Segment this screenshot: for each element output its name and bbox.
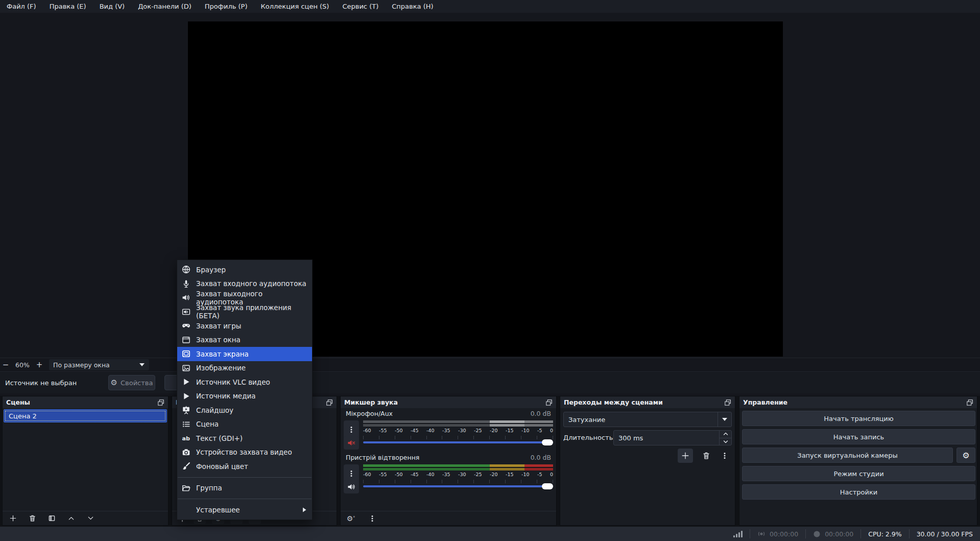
virtual-camera-button[interactable]: Запуск виртуальной камеры (742, 448, 953, 463)
menu-profile[interactable]: Профиль (P) (198, 0, 254, 13)
menu-separator (178, 477, 312, 478)
menu-item-text[interactable]: ab Текст (GDI+) (177, 431, 312, 445)
zoom-in-button[interactable]: + (34, 360, 45, 369)
menu-item-browser[interactable]: Браузер (177, 263, 312, 277)
add-transition-button[interactable] (678, 449, 693, 463)
mixer-panel-header: Микшер звука (341, 396, 556, 408)
menu-item-audio-input[interactable]: Захват входного аудиопотока (177, 277, 312, 291)
duration-spinbox[interactable]: 300 ms (613, 430, 732, 445)
scene-list-icon (182, 420, 190, 429)
volume-meter (363, 464, 553, 471)
zoom-level: 60% (11, 361, 34, 369)
menu-scene-collection[interactable]: Коллекция сцен (S) (254, 0, 336, 13)
stream-time: 00:00:00 (770, 530, 798, 538)
scene-list-item[interactable]: Сцена 2 (4, 409, 167, 422)
studio-mode-button[interactable]: Режим студии (742, 466, 975, 481)
menu-item-slideshow[interactable]: Слайдшоу (177, 403, 312, 417)
text-icon: ab (182, 434, 190, 442)
duration-down-button[interactable] (720, 438, 731, 445)
menu-item-color-source[interactable]: Фоновый цвет (177, 459, 312, 474)
scenes-panel: Сцены Сцена 2 (2, 396, 169, 526)
source-status-text: Источник не выбран (5, 379, 77, 387)
menu-item-screen-capture[interactable]: Захват экрана (177, 347, 312, 361)
slider-handle[interactable] (542, 439, 553, 445)
menu-item-media-source[interactable]: Источник медиа (177, 389, 312, 404)
scene-name: Сцена 2 (9, 412, 37, 420)
meter-scale: -60-55-50-45-40-35-30-25-20-15-10-50 (363, 428, 553, 433)
scene-filters-button[interactable] (46, 513, 57, 524)
menu-view[interactable]: Вид (V) (93, 0, 132, 13)
popout-icon[interactable] (724, 399, 731, 406)
slider-handle[interactable] (542, 483, 553, 489)
camera-icon (182, 448, 190, 457)
transition-options-button[interactable] (720, 451, 730, 461)
mic-icon (182, 279, 190, 288)
chevron-down-icon (139, 363, 145, 367)
remove-scene-button[interactable] (27, 513, 37, 524)
scenes-panel-toolbar (3, 511, 168, 525)
menu-docks[interactable]: Док-панели (D) (131, 0, 198, 13)
folder-icon (182, 484, 190, 492)
paint-icon (182, 462, 190, 471)
volume-slider[interactable] (363, 435, 553, 449)
transitions-actions (678, 449, 730, 463)
fit-mode-dropdown[interactable]: По размеру окна (49, 359, 149, 370)
menu-item-game-capture[interactable]: Захват игры (177, 319, 312, 333)
connection-quality (726, 529, 750, 538)
mute-button[interactable] (344, 436, 359, 450)
settings-button[interactable]: Настройки (742, 484, 975, 500)
menu-item-deprecated[interactable]: Устаревшее (177, 503, 312, 517)
menu-edit[interactable]: Правка (E) (43, 0, 93, 13)
duration-value: 300 ms (618, 434, 643, 442)
menu-item-vlc-source[interactable]: Источник VLC видео (177, 375, 312, 389)
add-scene-button[interactable] (8, 513, 18, 524)
menu-item-group[interactable]: Группа (177, 481, 312, 496)
virtual-camera-settings-button[interactable]: ⚙ (957, 448, 975, 463)
scene-down-button[interactable] (85, 513, 95, 524)
transitions-panel-header: Переходы между сценами (560, 396, 735, 408)
remove-transition-button[interactable] (701, 451, 711, 461)
menu-item-video-capture-device[interactable]: Устройство захвата видео (177, 445, 312, 460)
zoom-out-button[interactable]: − (0, 360, 11, 369)
play-icon (182, 378, 190, 386)
start-streaming-button[interactable]: Начать трансляцию (742, 411, 975, 426)
duration-up-button[interactable] (720, 431, 731, 438)
controls-title: Управление (743, 398, 787, 406)
transition-select[interactable]: Затухание (563, 412, 732, 427)
volume-slider[interactable] (363, 479, 553, 492)
menu-item-window-capture[interactable]: Захват окна (177, 333, 312, 347)
source-toolbar: Источник не выбран ⚙ Свойства (0, 372, 980, 393)
controls-panel-header: Управление (739, 396, 977, 408)
channel-db: 0.0 dB (531, 410, 551, 419)
popout-icon[interactable] (157, 399, 164, 406)
menu-separator (178, 499, 312, 499)
mixer-options-button[interactable] (367, 513, 377, 524)
advanced-audio-button[interactable]: ⚙° (346, 513, 356, 524)
speaker-muted-icon (347, 439, 356, 447)
controls-panel: Управление Начать трансляцию Начать запи… (739, 396, 977, 526)
submenu-arrow-icon (302, 507, 307, 513)
scene-up-button[interactable] (66, 513, 76, 524)
cpu-usage: CPU: 2.9% (861, 529, 909, 538)
menu-item-app-audio[interactable]: Захват звука приложения (БЕТА) (177, 305, 312, 319)
transitions-panel: Переходы между сценами Затухание Длитель… (560, 396, 735, 526)
app-audio-icon (182, 308, 190, 316)
start-recording-button[interactable]: Начать запись (742, 429, 975, 444)
menu-item-scene[interactable]: Сцена (177, 417, 312, 432)
popout-icon[interactable] (545, 399, 553, 406)
mute-button[interactable] (344, 480, 359, 493)
mixer-channel-header: Пристрій відтворення 0.0 dB (346, 454, 551, 463)
stream-icon (757, 530, 766, 538)
play-icon (182, 392, 190, 401)
menu-file[interactable]: Файл (F) (0, 0, 43, 13)
menu-item-audio-output[interactable]: Захват выходного аудиопотока (177, 291, 312, 305)
channel-db: 0.0 dB (531, 454, 551, 463)
popout-icon[interactable] (966, 399, 973, 406)
properties-button[interactable]: ⚙ Свойства (108, 375, 155, 390)
scenes-panel-header: Сцены (3, 396, 168, 408)
popout-icon[interactable] (326, 399, 333, 406)
menu-tools[interactable]: Сервис (T) (336, 0, 385, 13)
status-bar: 00:00:00 00:00:00 CPU: 2.9% 30.00 / 30.0… (0, 526, 980, 541)
menu-help[interactable]: Справка (H) (385, 0, 440, 13)
menu-item-image[interactable]: Изображение (177, 361, 312, 375)
